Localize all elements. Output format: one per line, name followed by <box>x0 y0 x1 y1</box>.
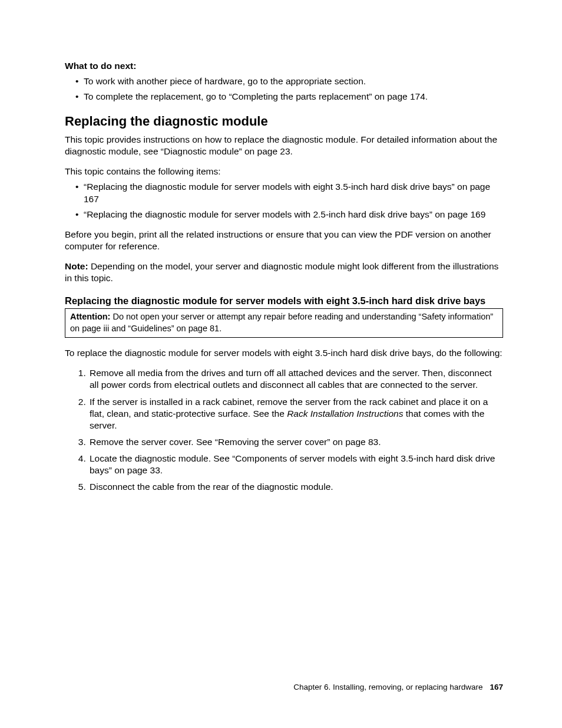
body-paragraph: This topic provides instructions on how … <box>65 134 503 157</box>
attention-label: Attention: <box>70 312 110 321</box>
list-item: To complete the replacement, go to “Comp… <box>75 91 503 103</box>
section-heading: Replacing the diagnostic module <box>65 113 503 130</box>
page-body: What to do next: To work with another pi… <box>0 0 562 728</box>
note-text: Depending on the model, your server and … <box>65 261 498 283</box>
what-to-do-next-label: What to do next: <box>65 61 136 71</box>
list-item: Remove all media from the drives and tur… <box>88 367 503 391</box>
list-item: Locate the diagnostic module. See “Compo… <box>88 453 503 476</box>
attention-text: Do not open your server or attempt any r… <box>70 312 493 333</box>
procedure-steps: Remove all media from the drives and tur… <box>65 367 503 493</box>
list-item: To work with another piece of hardware, … <box>75 75 503 87</box>
attention-box: Attention: Do not open your server or at… <box>65 308 503 338</box>
list-item: Remove the server cover. See “Removing t… <box>88 436 503 448</box>
body-paragraph: Before you begin, print all the related … <box>65 229 503 252</box>
topic-contents-list: “Replacing the diagnostic module for ser… <box>65 181 503 220</box>
list-item: “Replacing the diagnostic module for ser… <box>75 181 503 205</box>
list-item: Disconnect the cable from the rear of th… <box>88 481 503 493</box>
note-paragraph: Note: Depending on the model, your serve… <box>65 261 503 284</box>
what-to-do-next-list: To work with another piece of hardware, … <box>65 75 503 103</box>
what-to-do-next-heading: What to do next: <box>65 60 503 72</box>
footer-page-number: 167 <box>490 683 503 691</box>
list-item: “Replacing the diagnostic module for ser… <box>75 209 503 220</box>
body-paragraph: This topic contains the following items: <box>65 166 503 177</box>
page-footer: Chapter 6. Installing, removing, or repl… <box>293 682 503 693</box>
body-paragraph: To replace the diagnostic module for ser… <box>65 347 503 359</box>
list-item: If the server is installed in a rack cab… <box>88 396 503 431</box>
subsection-heading: Replacing the diagnostic module for serv… <box>65 295 503 307</box>
note-label: Note: <box>65 261 88 271</box>
step-text-em: Rack Installation Instructions <box>287 409 403 419</box>
footer-chapter: Chapter 6. Installing, removing, or repl… <box>293 683 482 691</box>
